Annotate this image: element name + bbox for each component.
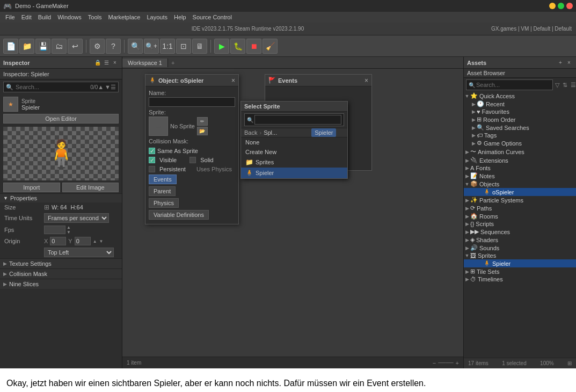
fps-up-icon[interactable]: ▲: [67, 225, 71, 230]
menu-build[interactable]: Build: [35, 13, 54, 21]
tree-item-notes[interactable]: ▶ 📝 Notes: [464, 172, 576, 180]
tree-item-sounds[interactable]: ▶ 🔊 Sounds: [464, 244, 576, 252]
tree-item-shaders[interactable]: ▶ ◈ Shaders: [464, 236, 576, 244]
zoom-fit-button[interactable]: ⊡: [176, 39, 191, 54]
breadcrumb-back-button[interactable]: Back: [244, 129, 257, 136]
help-button[interactable]: ?: [106, 39, 121, 54]
tree-item-fonts[interactable]: ▶ A Fonts: [464, 164, 576, 172]
minimize-button[interactable]: [549, 3, 556, 9]
save-all-button[interactable]: 🗂: [52, 39, 67, 54]
workspace-zoom-minus-icon[interactable]: −: [433, 360, 436, 366]
tree-item-tile-sets[interactable]: ▶ ⊞ Tile Sets: [464, 267, 576, 275]
same-as-sprite-checkbox[interactable]: ✓: [149, 148, 155, 154]
edit-image-button[interactable]: Edit Image: [62, 183, 119, 192]
time-units-select[interactable]: Frames per second: [44, 213, 109, 223]
zoom-reset-button[interactable]: 1:1: [160, 39, 175, 54]
menu-edit[interactable]: Edit: [18, 13, 35, 21]
tree-item-saved-searches[interactable]: ▶ 🔍 Saved Searches: [464, 124, 576, 132]
origin-stepper-down[interactable]: ▼: [99, 239, 104, 244]
zoom-out-button[interactable]: 🔍: [128, 39, 143, 54]
tree-item-sprites[interactable]: ▼ 🖼 Sprites: [464, 252, 576, 259]
tree-item-quick-access[interactable]: ▼ ⭐ Quick Access: [464, 92, 576, 100]
dropdown-item-create-new[interactable]: Create New: [241, 147, 347, 157]
tree-item-favourites[interactable]: ▶ ♥ Favourites: [464, 108, 576, 115]
zoom-in-button[interactable]: 🔍+: [144, 39, 159, 54]
clean-button[interactable]: 🧹: [263, 39, 278, 54]
breadcrumb-current[interactable]: Spl...: [264, 129, 277, 136]
nine-slices-header[interactable]: ▶ Nine Slices: [0, 279, 122, 289]
tree-item-paths[interactable]: ▶ ⟳ Paths: [464, 204, 576, 212]
visible-checkbox[interactable]: ✓: [149, 157, 155, 163]
tree-item-timelines[interactable]: ▶ ⏱ Timelines: [464, 275, 576, 283]
import-button[interactable]: Import: [3, 183, 60, 192]
tree-item-animation-curves[interactable]: ▶ 〜 Animation Curves: [464, 147, 576, 156]
tree-item-room-order[interactable]: ▶ ⊞ Room Order: [464, 115, 576, 124]
menu-marketplace[interactable]: Marketplace: [105, 13, 143, 21]
tree-item-ospieler[interactable]: 🧍 oSpieler: [464, 188, 576, 196]
close-button[interactable]: [566, 3, 573, 9]
menu-tools[interactable]: Tools: [85, 13, 105, 21]
assets-search-input[interactable]: [476, 82, 550, 88]
menu-file[interactable]: File: [2, 13, 18, 21]
collision-mask-header[interactable]: ▶ Collision Mask: [0, 269, 122, 279]
dropdown-item-none[interactable]: None: [241, 137, 347, 147]
debug-button[interactable]: 🐛: [230, 39, 245, 54]
open-editor-button[interactable]: Open Editor: [3, 114, 119, 124]
persistent-checkbox[interactable]: [149, 166, 155, 172]
texture-settings-header[interactable]: ▶ Texture Settings: [0, 259, 122, 268]
nav-physics-button[interactable]: Physics: [149, 198, 179, 208]
search-prev-icon[interactable]: ▲: [98, 84, 104, 90]
name-input[interactable]: oSpieler: [149, 97, 235, 107]
tree-item-spieler-sprite[interactable]: 🧍 Spieler: [464, 259, 576, 267]
tree-item-extensions[interactable]: ▶ 🔌 Extensions: [464, 156, 576, 164]
inspector-lock-icon[interactable]: 🔒: [94, 59, 101, 67]
sprite-edit-open-icon[interactable]: 📂: [197, 127, 208, 135]
workspace-tab-1[interactable]: Workspace 1: [122, 59, 168, 67]
tree-item-scripts[interactable]: ▶ {} Scripts: [464, 220, 576, 228]
new-button[interactable]: 📄: [3, 39, 18, 54]
assets-add-button[interactable]: +: [557, 59, 564, 67]
inspector-search-input[interactable]: [16, 84, 90, 90]
origin-stepper-up[interactable]: ▲: [93, 239, 97, 244]
assets-sort-icon[interactable]: ⇅: [562, 81, 568, 90]
expand-icon[interactable]: ⊞: [567, 360, 572, 366]
search-menu-icon[interactable]: ☰: [111, 84, 116, 91]
fps-down-icon[interactable]: ▼: [67, 230, 71, 235]
solid-checkbox[interactable]: [189, 157, 196, 163]
search-next-icon[interactable]: ▼: [105, 84, 111, 90]
save-button[interactable]: 💾: [35, 39, 50, 54]
origin-preset-select[interactable]: Top Left: [44, 248, 114, 257]
assets-search-bar[interactable]: 🔍: [466, 79, 553, 90]
tree-item-sequences[interactable]: ▶ ▶▶ Sequences: [464, 228, 576, 236]
run-button[interactable]: ▶: [214, 39, 229, 54]
sprite-search-input[interactable]: [254, 115, 341, 125]
workspace-zoom-plus-icon[interactable]: +: [456, 360, 459, 366]
monitor-button[interactable]: 🖥: [192, 39, 207, 54]
stop-button[interactable]: ⏹: [246, 39, 261, 54]
nav-events-button[interactable]: Events: [149, 175, 177, 184]
origin-x-input[interactable]: [50, 237, 66, 245]
revert-button[interactable]: ↩: [68, 39, 83, 54]
origin-y-input[interactable]: [75, 237, 91, 245]
dropdown-item-spieler[interactable]: 🧍 Spieler: [241, 168, 347, 178]
spieler-breadcrumb-tag[interactable]: Spieler: [311, 128, 336, 137]
nav-variable-definitions-button[interactable]: Variable Definitions: [149, 210, 209, 220]
tree-item-rooms[interactable]: ▶ 🏠 Rooms: [464, 212, 576, 220]
menu-help[interactable]: Help: [171, 13, 189, 21]
assets-close-icon[interactable]: ×: [565, 59, 573, 67]
inspector-settings-icon[interactable]: ☰: [103, 59, 110, 67]
tree-item-objects[interactable]: ▼ 📦 Objects: [464, 180, 576, 188]
tree-item-game-options[interactable]: ▶ ⚙ Game Options: [464, 139, 576, 147]
add-workspace-tab-button[interactable]: +: [168, 59, 178, 67]
menu-windows[interactable]: Windows: [54, 13, 85, 21]
tree-item-recent[interactable]: ▶ 🕐 Recent: [464, 100, 576, 108]
maximize-button[interactable]: [558, 3, 564, 9]
build-config-button[interactable]: ⚙: [90, 39, 105, 54]
open-button[interactable]: 📁: [19, 39, 34, 54]
fps-input[interactable]: 30: [44, 226, 65, 234]
menu-source-control[interactable]: Source Control: [189, 13, 235, 21]
inspector-search-bar[interactable]: 🔍 0/0 ▲ ▼ ☰: [3, 82, 119, 92]
dropdown-item-sprites-folder[interactable]: 📁 Sprites: [241, 157, 347, 168]
assets-menu-icon[interactable]: ☰: [570, 81, 576, 90]
properties-section-header[interactable]: ▼ Properties: [0, 193, 122, 202]
